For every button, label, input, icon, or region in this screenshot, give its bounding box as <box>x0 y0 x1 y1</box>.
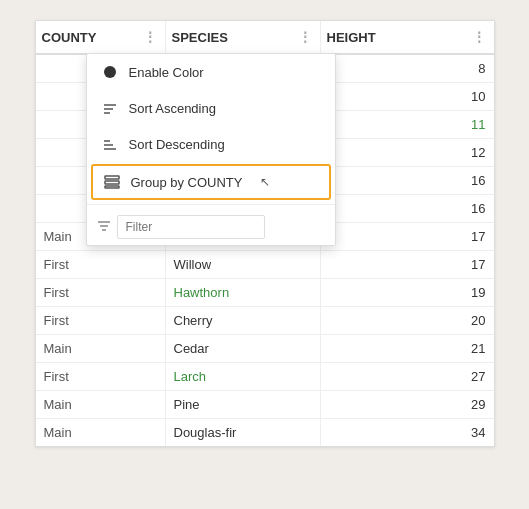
height-header: HEIGHT ⋮ <box>321 21 494 53</box>
height-cell: 16 <box>321 167 494 194</box>
species-cell: Douglas-fir <box>166 419 321 446</box>
data-table: COUNTY ⋮ SPECIES ⋮ HEIGHT ⋮ 81011121616M… <box>35 20 495 447</box>
height-menu-icon[interactable]: ⋮ <box>470 29 488 45</box>
group-by-county-item[interactable]: Group by COUNTY ↖ <box>91 164 331 200</box>
county-menu-icon[interactable]: ⋮ <box>141 29 159 45</box>
height-cell: 17 <box>321 223 494 250</box>
enable-color-label: Enable Color <box>129 65 204 80</box>
enable-color-item[interactable]: Enable Color <box>87 54 335 90</box>
height-cell: 29 <box>321 391 494 418</box>
county-cell: First <box>36 363 166 390</box>
county-cell: Main <box>36 419 166 446</box>
filter-icon <box>97 219 111 236</box>
county-cell: Main <box>36 391 166 418</box>
species-cell: Pine <box>166 391 321 418</box>
sort-desc-icon <box>101 135 119 153</box>
species-cell: Larch <box>166 363 321 390</box>
table-row: FirstWillow17 <box>36 251 494 279</box>
height-cell: 20 <box>321 307 494 334</box>
column-dropdown-menu: Enable Color Sort Ascending <box>86 53 336 246</box>
group-by-county-label: Group by COUNTY <box>131 175 243 190</box>
species-cell: Cedar <box>166 335 321 362</box>
table-row: FirstCherry20 <box>36 307 494 335</box>
county-cell: First <box>36 307 166 334</box>
sort-asc-icon <box>101 99 119 117</box>
height-cell: 27 <box>321 363 494 390</box>
table-row: MainPine29 <box>36 391 494 419</box>
table-row: MainDouglas-fir34 <box>36 419 494 446</box>
height-cell: 11 <box>321 111 494 138</box>
county-cell: Main <box>36 335 166 362</box>
table-row: FirstHawthorn19 <box>36 279 494 307</box>
table-header: COUNTY ⋮ SPECIES ⋮ HEIGHT ⋮ <box>36 21 494 55</box>
svg-point-0 <box>104 66 116 78</box>
svg-rect-8 <box>105 181 119 184</box>
height-cell: 16 <box>321 195 494 222</box>
table-row: FirstLarch27 <box>36 363 494 391</box>
sort-ascending-label: Sort Ascending <box>129 101 216 116</box>
height-cell: 19 <box>321 279 494 306</box>
species-header: SPECIES ⋮ <box>166 21 321 53</box>
filter-row <box>87 209 335 245</box>
species-cell: Cherry <box>166 307 321 334</box>
sort-ascending-item[interactable]: Sort Ascending <box>87 90 335 126</box>
svg-rect-9 <box>105 186 119 188</box>
circle-icon <box>101 63 119 81</box>
height-cell: 17 <box>321 251 494 278</box>
sort-descending-label: Sort Descending <box>129 137 225 152</box>
height-cell: 10 <box>321 83 494 110</box>
county-header: COUNTY ⋮ <box>36 21 166 53</box>
svg-rect-7 <box>105 176 119 179</box>
height-cell: 8 <box>321 55 494 82</box>
height-cell: 34 <box>321 419 494 446</box>
group-icon <box>103 173 121 191</box>
height-cell: 12 <box>321 139 494 166</box>
sort-descending-item[interactable]: Sort Descending <box>87 126 335 162</box>
table-row: MainCedar21 <box>36 335 494 363</box>
county-cell: First <box>36 251 166 278</box>
species-header-label: SPECIES <box>172 30 228 45</box>
county-header-label: COUNTY <box>42 30 97 45</box>
filter-input[interactable] <box>117 215 265 239</box>
species-cell: Willow <box>166 251 321 278</box>
menu-divider <box>87 204 335 205</box>
species-menu-icon[interactable]: ⋮ <box>296 29 314 45</box>
height-header-label: HEIGHT <box>327 30 376 45</box>
height-cell: 21 <box>321 335 494 362</box>
county-cell: First <box>36 279 166 306</box>
cursor-pointer: ↖ <box>260 175 270 189</box>
species-cell: Hawthorn <box>166 279 321 306</box>
